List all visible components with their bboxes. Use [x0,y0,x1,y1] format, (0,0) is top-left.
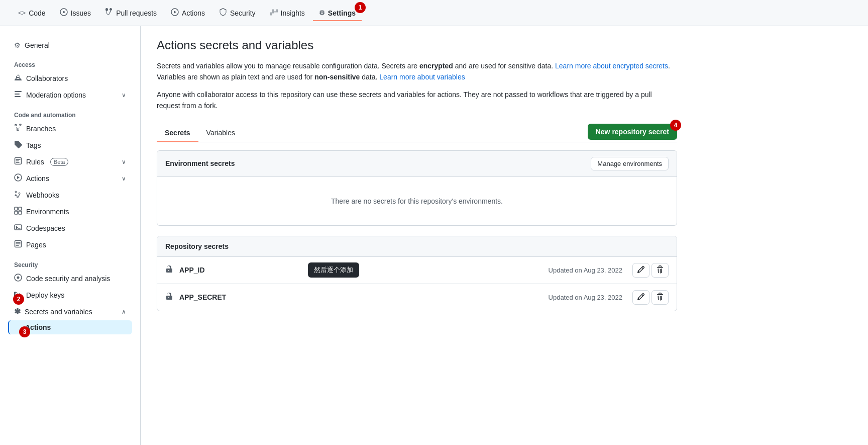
environment-secrets-section: Environment secrets Manage environments … [157,150,677,226]
code-icon: <> [18,9,26,17]
annotation-1: 1 [355,2,366,13]
rules-icon [14,157,22,166]
pages-icon [14,240,22,249]
code-security-icon [14,274,22,283]
edit-app-secret-button[interactable] [632,290,649,305]
beta-badge: Beta [50,158,69,166]
tab-secrets[interactable]: Secrets [157,125,198,142]
delete-app-id-button[interactable] [652,263,669,278]
webhooks-icon [14,190,22,200]
chevron-down-icon: ∨ [122,92,126,99]
sidebar-branches[interactable]: Branches [8,121,132,136]
sidebar-codespaces[interactable]: Codespaces [8,220,132,236]
svg-rect-4 [15,91,22,92]
actions-chevron-icon: ∨ [122,175,126,182]
repo-secrets-header: Repository secrets [157,236,677,257]
delete-app-secret-button[interactable] [652,290,669,305]
lock-icon-app-id [165,265,173,275]
sidebar-webhooks[interactable]: Webhooks [8,187,132,203]
svg-point-17 [17,277,20,279]
svg-marker-9 [17,176,20,179]
edit-app-id-button[interactable] [632,263,649,278]
svg-rect-6 [15,96,21,97]
issues-icon [60,8,68,18]
insights-nav-icon [270,8,278,18]
annotation-2: 2 [13,294,24,305]
pull-request-icon [105,8,113,18]
svg-rect-11 [19,207,22,210]
new-repository-secret-button[interactable]: New repository secret 4 [588,124,677,140]
nav-issues[interactable]: Issues [54,4,97,22]
svg-point-1 [63,11,65,13]
environments-icon [14,207,22,216]
sidebar-secrets-variables[interactable]: ✱ Secrets and variables ∧ [8,304,132,319]
sidebar-secrets-actions[interactable]: Actions 3 [8,320,132,334]
secret-row-app-id: APP_ID 5 然后逐个添加 Updated on Aug 23, 2022 [157,257,677,284]
manage-environments-button[interactable]: Manage environments [591,157,669,170]
annotation-4: 4 [670,120,681,131]
asterisk-icon: ✱ [14,307,21,316]
svg-rect-12 [15,211,18,214]
nav-actions[interactable]: Actions [165,4,211,22]
secrets-chevron-icon: ∧ [122,308,126,315]
nav-code[interactable]: <> Code [12,5,52,21]
sidebar-section-access: Access [8,53,132,70]
page-title: Actions secrets and variables [157,38,677,52]
sidebar-moderation[interactable]: Moderation options ∨ [8,87,132,103]
sidebar-actions[interactable]: Actions ∨ [8,170,132,186]
nav-pull-requests[interactable]: Pull requests [99,4,163,22]
secret-row-app-secret: APP_SECRET Updated on Aug 23, 2022 [157,284,677,311]
sidebar-deploy-keys[interactable]: Deploy keys 2 [8,287,132,303]
description-1: Secrets and variables allow you to manag… [157,60,677,83]
repository-secrets-section: Repository secrets APP_ID 5 然后逐个添加 Updat… [157,236,677,311]
encrypted-secrets-link[interactable]: Learn more about encrypted secrets [555,62,668,70]
env-secrets-header: Environment secrets Manage environments [157,151,677,177]
main-content: Actions secrets and variables Secrets an… [141,26,693,445]
main-layout: ⚙ General Access Collaborators Moderatio… [0,26,868,445]
sidebar-code-security[interactable]: Code security and analysis [8,271,132,286]
nav-settings[interactable]: ⚙ Settings 1 [313,5,362,21]
sidebar-section-security: Security [8,253,132,271]
svg-rect-5 [15,94,20,95]
settings-nav-icon: ⚙ [319,9,325,17]
sidebar-collaborators[interactable]: Collaborators [8,70,132,86]
codespaces-icon [14,223,22,233]
gear-icon: ⚙ [14,41,21,49]
sidebar-environments[interactable]: Environments [8,204,132,219]
secret-name-app-id: APP_ID [179,266,549,274]
lock-icon-app-secret [165,292,173,302]
nav-security[interactable]: Security [213,4,262,22]
sidebar: ⚙ General Access Collaborators Moderatio… [0,26,141,445]
env-secrets-title: Environment secrets [165,159,235,167]
tab-variables[interactable]: Variables [198,125,243,142]
annotation-3: 3 [19,326,30,337]
variables-link[interactable]: Learn more about variables [379,73,465,81]
app-id-updated: Updated on Aug 23, 2022 [549,266,622,274]
env-secrets-empty: There are no secrets for this repository… [157,177,677,225]
security-nav-icon [219,8,227,18]
branch-icon [14,124,22,133]
person-icon [14,73,22,83]
actions-nav-icon [171,8,179,18]
nav-insights[interactable]: Insights [264,4,311,22]
svg-rect-10 [15,207,18,210]
top-navigation: <> Code Issues Pull requests Actions Sec… [0,0,868,26]
sidebar-pages[interactable]: Pages [8,237,132,252]
tooltip-add-individually: 然后逐个添加 [308,262,359,278]
sidebar-section-automation: Code and automation [8,104,132,121]
svg-rect-13 [19,211,22,214]
description-2: Anyone with collaborator access to this … [157,89,677,112]
sidebar-general[interactable]: ⚙ General [8,38,132,52]
sidebar-rules[interactable]: Rules Beta ∨ [8,154,132,169]
sidebar-tags[interactable]: Tags [8,137,132,153]
actions-icon [14,173,22,183]
tabs-container: Secrets Variables New repository secret … [157,124,677,142]
svg-marker-3 [174,11,176,14]
annotation-5-group: 5 然后逐个添加 [308,264,319,276]
rules-chevron-icon: ∨ [122,158,126,165]
app-secret-updated: Updated on Aug 23, 2022 [549,294,622,301]
tag-icon [14,140,22,150]
repo-secrets-title: Repository secrets [165,242,229,250]
secret-name-app-secret: APP_SECRET [179,293,549,301]
moderation-icon [14,90,22,100]
